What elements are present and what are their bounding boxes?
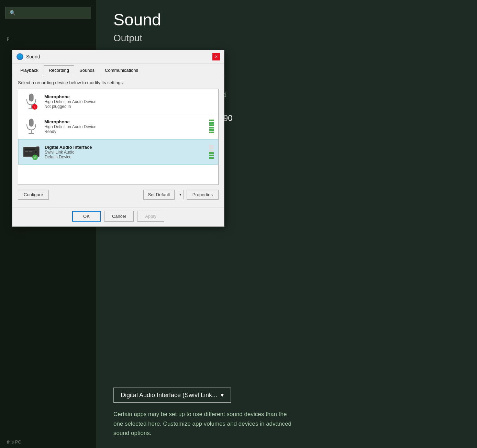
dai-name: Digital Audio Interface [45, 145, 205, 150]
tab-communications-label: Communications [105, 68, 138, 73]
dai-type: Swivl Link Audio [45, 150, 205, 155]
svg-rect-3 [29, 119, 33, 126]
mic1-info: Microphone High Definition Audio Device … [44, 94, 214, 109]
dialog-title-area: 🌐 Sound [16, 53, 40, 60]
bottom-line2: one selected here. Customize app volumes… [113, 419, 477, 428]
device-dropdown[interactable]: Digital Audio Interface (Swivl Link... ▾ [113, 388, 231, 403]
meter-seg5 [209, 122, 214, 124]
dai-seg5 [209, 147, 214, 149]
search-input[interactable] [18, 10, 87, 15]
sidebar-label: p [0, 32, 96, 44]
meter-seg2 [209, 129, 214, 131]
meter-seg3 [209, 127, 214, 128]
set-default-button[interactable]: Set Default [143, 190, 174, 200]
mic1-name: Microphone [44, 94, 214, 99]
mic2-info: Microphone High Definition Audio Device … [44, 119, 205, 134]
dai-seg2 [209, 155, 214, 156]
microphone2-svg [25, 118, 38, 135]
dai-seg6 [209, 145, 214, 147]
properties-button[interactable]: Properties [187, 190, 219, 200]
dialog-instruction: Select a recording device below to modif… [18, 80, 219, 85]
mic1-type: High Definition Audio Device [44, 99, 214, 104]
configure-button[interactable]: Configure [18, 190, 49, 200]
mic1-status: Not plugged in [44, 104, 214, 109]
set-default-arrow-button[interactable]: ▾ [177, 190, 184, 199]
svg-point-10 [34, 150, 37, 153]
tab-communications[interactable]: Communications [100, 65, 143, 75]
ok-button[interactable]: OK [72, 211, 101, 222]
bottom-line3: sound options. [113, 428, 477, 438]
tab-recording[interactable]: Recording [44, 65, 74, 75]
cancel-button[interactable]: Cancel [104, 211, 134, 222]
dialog-body: Select a recording device below to modif… [12, 75, 224, 207]
page-title: Sound [113, 10, 460, 29]
dialog-action-buttons: OK Cancel Apply [12, 207, 224, 226]
meter-seg1 [209, 132, 214, 133]
device-item-dai[interactable]: ✓ Digital Audio Interface Swivl Link Aud… [18, 139, 218, 165]
bottom-description: Certain apps may be set up to use differ… [113, 410, 477, 438]
tab-sounds-label: Sounds [79, 68, 95, 73]
tab-playback-label: Playback [20, 68, 38, 73]
tab-recording-label: Recording [49, 68, 69, 73]
device-dropdown-row: Digital Audio Interface (Swivl Link... ▾ [113, 388, 477, 403]
svg-rect-9 [29, 151, 32, 152]
meter-seg6 [209, 120, 214, 121]
tab-sounds[interactable]: Sounds [74, 65, 100, 75]
device-dropdown-label: Digital Audio Interface (Swivl Link... [121, 392, 217, 399]
sound-dialog: 🌐 Sound ✕ Playback Recording Sounds Comm… [12, 50, 224, 227]
sidebar-bottom-label: this PC [0, 436, 96, 448]
mic2-icon [22, 117, 40, 135]
mic1-icon: ↓ [22, 92, 40, 110]
dai-status: Default Device [45, 155, 205, 159]
dai-seg3 [209, 152, 214, 154]
volume-value: 90 [223, 113, 233, 123]
dai-level-meter [209, 145, 214, 159]
output-heading: Output [113, 33, 460, 44]
dai-icon-container: ✓ [23, 143, 41, 161]
dai-seg1 [209, 157, 214, 159]
close-button[interactable]: ✕ [212, 53, 220, 60]
device-item-mic1[interactable]: ↓ Microphone High Definition Audio Devic… [18, 89, 218, 114]
dai-seg4 [209, 150, 214, 152]
default-check-badge: ✓ [32, 155, 38, 160]
mic2-level-meter [209, 120, 214, 133]
bottom-section: Digital Audio Interface (Swivl Link... ▾… [113, 377, 477, 448]
dialog-tabs: Playback Recording Sounds Communications [12, 64, 224, 75]
dai-svg [23, 144, 41, 159]
dialog-footer-buttons: Configure Set Default ▾ Properties [18, 190, 219, 200]
apply-button[interactable]: Apply [137, 211, 164, 222]
dialog-titlebar: 🌐 Sound ✕ [12, 50, 224, 64]
svg-rect-0 [29, 94, 33, 101]
device-list: ↓ Microphone High Definition Audio Devic… [18, 89, 219, 185]
tab-playback[interactable]: Playback [15, 65, 44, 75]
search-box[interactable]: 🔍 [5, 7, 91, 19]
device-dropdown-chevron-icon: ▾ [221, 391, 224, 399]
dialog-icon: 🌐 [16, 53, 23, 60]
search-icon: 🔍 [10, 10, 15, 15]
svg-rect-11 [36, 146, 39, 147]
meter-seg4 [209, 124, 214, 126]
mic2-name: Microphone [44, 119, 205, 124]
dialog-title: Sound [26, 54, 40, 59]
svg-rect-8 [25, 151, 28, 152]
error-badge-mic1: ↓ [32, 104, 37, 110]
device-item-mic2[interactable]: Microphone High Definition Audio Device … [18, 114, 218, 139]
svg-rect-7 [25, 148, 35, 150]
mic2-type: High Definition Audio Device [44, 124, 205, 129]
bottom-line1: Certain apps may be set up to use differ… [113, 410, 477, 419]
mic2-status: Ready [44, 129, 205, 134]
dai-info: Digital Audio Interface Swivl Link Audio… [45, 145, 205, 159]
